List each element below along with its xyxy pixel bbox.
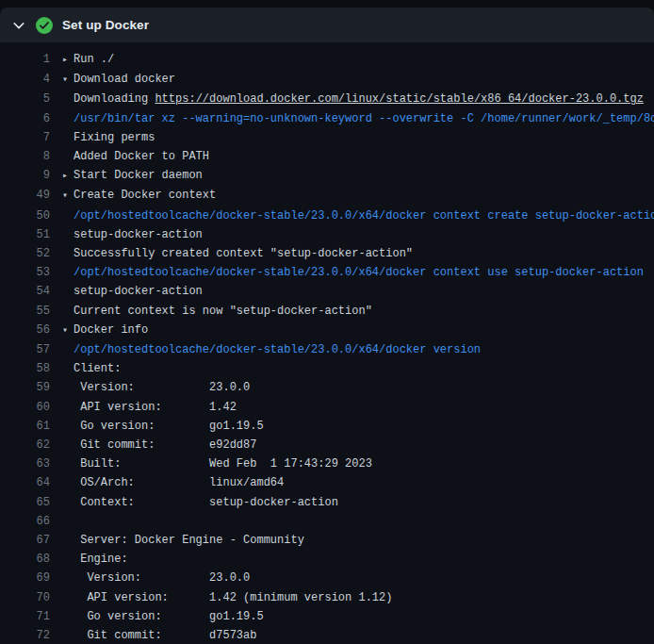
log-text: Built: Wed Feb 1 17:43:29 2023 — [74, 457, 372, 471]
log-text: Version: 23.0.0 — [74, 571, 250, 585]
line-content: /opt/hostedtoolcache/docker-stable/23.0.… — [62, 206, 654, 225]
log-line: 71 Go version: go1.19.5 — [0, 607, 654, 626]
log-line: 8Added Docker to PATH — [0, 147, 654, 166]
line-number[interactable]: 8 — [0, 147, 50, 166]
line-number[interactable]: 70 — [0, 588, 50, 607]
line-content: Go version: go1.19.5 — [62, 607, 264, 626]
log-line: 52Successfully created context "setup-do… — [0, 244, 654, 263]
log-text: Successfully created context "setup-dock… — [74, 247, 413, 260]
log-line: 67 Server: Docker Engine - Community — [0, 531, 654, 550]
line-number[interactable]: 7 — [0, 128, 50, 147]
log-line[interactable]: 49▾Create Docker context — [0, 186, 654, 206]
line-number[interactable]: 60 — [0, 398, 50, 417]
log-text: Downloading — [74, 92, 155, 106]
group-line-content[interactable]: ▾Create Docker context — [62, 186, 216, 206]
line-content: Client: — [62, 359, 121, 378]
line-number[interactable]: 55 — [0, 302, 50, 321]
log-text: API version: 1.42 (minimum version 1.12) — [74, 591, 392, 604]
log-text: setup-docker-action — [74, 228, 203, 241]
group-line-content[interactable]: ▸Run ./ — [62, 50, 114, 70]
group-line-content[interactable]: ▸Start Docker daemon — [62, 166, 203, 186]
log-text: Current context is now "setup-docker-act… — [74, 305, 372, 318]
group-line-content[interactable]: ▾Download docker — [62, 70, 175, 90]
line-number[interactable]: 57 — [0, 340, 50, 359]
log-line: 57/opt/hostedtoolcache/docker-stable/23.… — [0, 340, 654, 359]
line-number[interactable]: 71 — [0, 607, 50, 626]
line-number[interactable]: 4 — [0, 70, 50, 90]
log-text: Go version: go1.19.5 — [74, 610, 264, 623]
line-number[interactable]: 61 — [0, 417, 50, 436]
line-content: API version: 1.42 (minimum version 1.12) — [62, 588, 392, 607]
log-line[interactable]: 4▾Download docker — [0, 70, 654, 90]
line-number[interactable]: 9 — [0, 166, 50, 186]
log-text: OS/Arch: linux/amd64 — [74, 476, 284, 489]
log-text: Git commit: e92dd87 — [74, 438, 256, 452]
line-number[interactable]: 49 — [0, 186, 50, 206]
line-number[interactable]: 5 — [0, 90, 50, 108]
group-toggle-icon[interactable]: ▸ — [62, 51, 74, 70]
line-number[interactable]: 68 — [0, 550, 50, 569]
step-title: Set up Docker — [62, 18, 149, 32]
group-toggle-icon[interactable]: ▾ — [62, 71, 74, 90]
line-content: Git commit: e92dd87 — [62, 436, 256, 454]
line-content: Downloading https://download.docker.com/… — [62, 90, 644, 108]
line-content: Server: Docker Engine - Community — [62, 531, 304, 550]
line-content: Version: 23.0.0 — [62, 569, 250, 587]
log-line[interactable]: 56▾Docker info — [0, 321, 654, 340]
group-toggle-icon[interactable]: ▾ — [62, 187, 74, 206]
group-toggle-icon[interactable]: ▾ — [62, 322, 74, 340]
line-content: Context: setup-docker-action — [62, 493, 338, 512]
line-number[interactable]: 72 — [0, 626, 50, 644]
log-command-text: /usr/bin/tar xz --warning=no-unknown-key… — [74, 112, 654, 125]
line-content: Fixing perms — [62, 128, 155, 147]
line-number[interactable]: 64 — [0, 473, 50, 492]
line-number[interactable]: 53 — [0, 263, 50, 282]
line-number[interactable]: 66 — [0, 512, 50, 531]
log-line: 54setup-docker-action — [0, 282, 654, 301]
success-check-icon — [36, 17, 53, 34]
line-content — [62, 512, 74, 531]
line-number[interactable]: 50 — [0, 206, 50, 225]
line-number[interactable]: 1 — [0, 50, 50, 70]
line-number[interactable]: 51 — [0, 225, 50, 244]
step-header[interactable]: Set up Docker — [0, 8, 654, 42]
line-number[interactable]: 67 — [0, 531, 50, 550]
log-text: Engine: — [74, 553, 128, 566]
log-text: Added Docker to PATH — [74, 150, 209, 163]
log-text: setup-docker-action — [74, 285, 203, 298]
line-content: Engine: — [62, 550, 128, 569]
group-line-content[interactable]: ▾Docker info — [62, 321, 148, 340]
log-line: 66 — [0, 512, 654, 531]
log-text: Fixing perms — [74, 131, 155, 144]
line-number[interactable]: 63 — [0, 454, 50, 473]
log-line: 65 Context: setup-docker-action — [0, 493, 654, 512]
log-line: 5Downloading https://download.docker.com… — [0, 90, 654, 108]
line-content: OS/Arch: linux/amd64 — [62, 473, 284, 492]
log-link-url[interactable]: https://download.docker.com/linux/static… — [155, 92, 643, 106]
line-number[interactable]: 69 — [0, 569, 50, 587]
log-text: Create Docker context — [74, 189, 216, 202]
log-line: 70 API version: 1.42 (minimum version 1.… — [0, 588, 654, 607]
log-command-text: /opt/hostedtoolcache/docker-stable/23.0.… — [74, 343, 481, 356]
log-line: 59 Version: 23.0.0 — [0, 378, 654, 397]
line-content: Go version: go1.19.5 — [62, 417, 264, 436]
line-number[interactable]: 58 — [0, 359, 50, 378]
log-line: 53/opt/hostedtoolcache/docker-stable/23.… — [0, 263, 654, 282]
log-line[interactable]: 9▸Start Docker daemon — [0, 166, 654, 186]
line-content: Added Docker to PATH — [62, 147, 209, 166]
group-toggle-icon[interactable]: ▸ — [62, 167, 74, 186]
line-number[interactable]: 65 — [0, 493, 50, 512]
line-number[interactable]: 54 — [0, 282, 50, 301]
line-number[interactable]: 52 — [0, 244, 50, 263]
log-text: Version: 23.0.0 — [74, 381, 250, 394]
log-command-text: /opt/hostedtoolcache/docker-stable/23.0.… — [74, 266, 644, 279]
line-number[interactable]: 62 — [0, 436, 50, 454]
line-content: /usr/bin/tar xz --warning=no-unknown-key… — [62, 109, 654, 128]
chevron-down-icon[interactable] — [11, 18, 26, 33]
log-text: Go version: go1.19.5 — [74, 420, 264, 433]
log-line[interactable]: 1▸Run ./ — [0, 50, 654, 70]
line-number[interactable]: 56 — [0, 321, 50, 340]
line-content: API version: 1.42 — [62, 398, 237, 417]
line-number[interactable]: 6 — [0, 109, 50, 128]
line-number[interactable]: 59 — [0, 378, 50, 397]
